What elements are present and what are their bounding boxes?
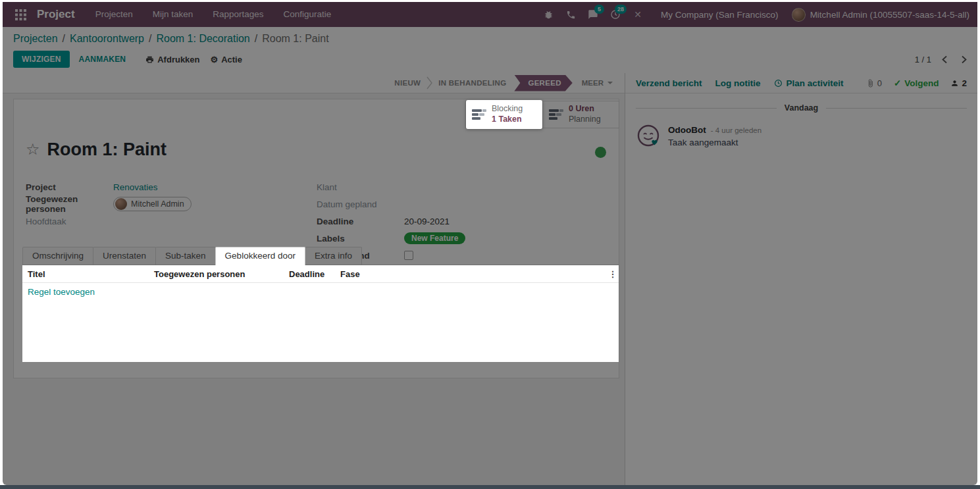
- tour-dim-overlay: [3, 2, 977, 485]
- tasks-list-icon: [472, 109, 486, 120]
- column-header-deadline[interactable]: Deadline: [289, 269, 340, 279]
- odoo-app-window: Project Projecten Mijn taken Rapportages…: [3, 2, 977, 485]
- add-line-link[interactable]: Regel toevoegen: [22, 283, 619, 297]
- column-header-toegewezen-personen[interactable]: Toegewezen personen: [154, 269, 289, 279]
- blocked-by-tab-pane: Titel Toegewezen personen Deadline Fase …: [22, 265, 619, 362]
- column-header-fase[interactable]: Fase: [340, 269, 607, 279]
- blocking-stat-value: 1 Taken: [492, 115, 523, 125]
- blocking-tasks-stat-button[interactable]: Blocking 1 Taken: [466, 100, 542, 129]
- tab-geblokkeerd-door[interactable]: Geblokkeerd door: [215, 247, 305, 265]
- blocked-table-header: Titel Toegewezen personen Deadline Fase …: [22, 265, 619, 283]
- column-header-titel[interactable]: Titel: [22, 269, 154, 279]
- table-options-kebab-icon[interactable]: ⋮: [607, 269, 619, 279]
- window-bottom-edge: [0, 485, 980, 489]
- blocking-stat-label: Blocking: [492, 104, 523, 115]
